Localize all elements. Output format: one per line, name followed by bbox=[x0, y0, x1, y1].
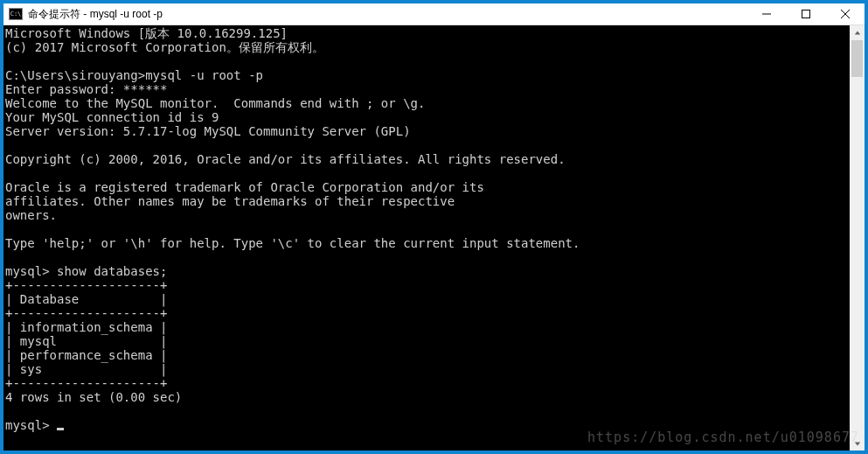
close-button[interactable] bbox=[825, 3, 865, 24]
minimize-button[interactable] bbox=[746, 3, 786, 24]
scroll-thumb[interactable] bbox=[851, 40, 863, 77]
scroll-down-button[interactable] bbox=[850, 436, 865, 451]
window-controls bbox=[746, 3, 865, 24]
terminal-container: Microsoft Windows [版本 10.0.16299.125] (c… bbox=[3, 25, 865, 451]
terminal-output[interactable]: Microsoft Windows [版本 10.0.16299.125] (c… bbox=[3, 25, 850, 451]
titlebar[interactable]: C:\ 命令提示符 - mysql -u root -p bbox=[3, 3, 865, 25]
scroll-up-button[interactable] bbox=[850, 25, 865, 40]
cursor bbox=[57, 428, 64, 430]
window-icon: C:\ bbox=[9, 8, 23, 20]
maximize-button[interactable] bbox=[786, 3, 825, 24]
scrollbar[interactable] bbox=[850, 25, 865, 451]
svg-rect-1 bbox=[802, 10, 809, 18]
window-title: 命令提示符 - mysql -u root -p bbox=[28, 7, 746, 22]
cmd-window: C:\ 命令提示符 - mysql -u root -p Microsoft W… bbox=[3, 3, 865, 451]
scroll-track[interactable] bbox=[850, 40, 865, 436]
